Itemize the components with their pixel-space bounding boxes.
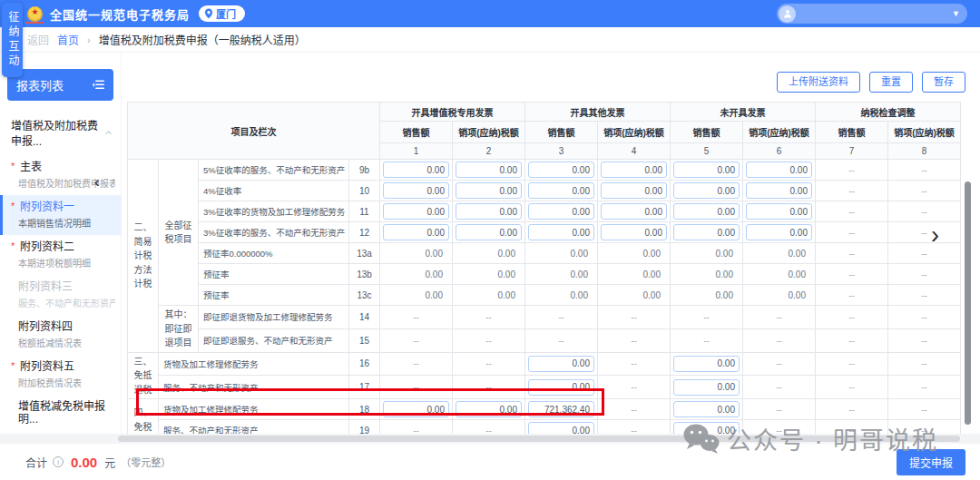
amount-input[interactable]	[456, 162, 522, 178]
national-emblem-logo	[27, 6, 43, 22]
user-account-pill[interactable]: ▼	[777, 4, 967, 24]
amount-input[interactable]	[383, 182, 449, 199]
sidebar-item[interactable]: *附列资料五附加税费情况表	[0, 355, 121, 395]
empty-cell: --	[818, 269, 885, 279]
empty-cell: --	[891, 186, 957, 196]
amount-input[interactable]	[746, 162, 812, 178]
submit-declaration-button[interactable]: 提交申报	[897, 449, 965, 475]
amount-input[interactable]	[673, 182, 740, 199]
empty-cell: --	[456, 312, 522, 322]
sidebar-item[interactable]: *主表增值税及附加税费申报表	[0, 155, 121, 195]
sidebar-item[interactable]: 附列资料四税额抵减情况表	[0, 315, 121, 355]
amount-readonly: 0.00	[673, 269, 740, 279]
empty-cell: --	[746, 382, 812, 392]
sidebar-item-subtitle: 本期销售情况明细	[18, 216, 115, 230]
amount-input[interactable]	[601, 203, 667, 220]
amount-input[interactable]	[673, 401, 740, 417]
empty-cell: --	[891, 312, 957, 322]
breadcrumb-home-link[interactable]: 首页	[57, 32, 79, 47]
amount-input[interactable]	[456, 224, 522, 240]
amount-readonly: 0.00	[456, 269, 522, 279]
empty-cell: --	[601, 358, 667, 368]
amount-input[interactable]	[673, 379, 740, 396]
sidebar-item-title: 附列资料三	[18, 280, 73, 293]
empty-cell: --	[383, 312, 449, 322]
empty-cell: --	[818, 312, 885, 322]
emblem-caption	[25, 22, 44, 24]
sidebar-item-subtitle: 税额抵减情况表	[18, 336, 115, 349]
horizontal-scrollbar[interactable]	[118, 436, 960, 442]
collapse-list-icon	[93, 80, 104, 90]
amount-input[interactable]	[528, 224, 594, 240]
amount-input[interactable]	[746, 203, 812, 220]
empty-cell: --	[746, 358, 812, 368]
empty-cell: --	[818, 207, 885, 217]
table-row: 3%征收率的货物及加工修理修配劳务11----	[128, 201, 961, 222]
row-item-name: 3%征收率的货物及加工修理修配劳务	[199, 201, 349, 222]
upload-attachment-button[interactable]: 上传附送资料	[777, 72, 860, 93]
row-item-name: 3%征收率的服务、不动产和无形资产	[199, 222, 349, 243]
empty-cell: --	[891, 405, 957, 415]
col-group-header: 开具增值税专用发票	[380, 103, 525, 122]
sidebar-item-title: 增值税减免税申报明...	[18, 400, 115, 426]
amount-input[interactable]	[528, 162, 594, 178]
amount-input[interactable]	[528, 203, 594, 220]
sidebar-item-title: 附列资料五	[20, 360, 74, 373]
sidebar-item-list: *主表增值税及附加税费申报表*附列资料一本期销售情况明细*附列资料二本期进项税额…	[0, 155, 121, 431]
empty-cell: --	[891, 269, 957, 279]
interaction-side-tab[interactable]: 征纳互动	[2, 3, 23, 77]
amount-input[interactable]	[456, 401, 522, 417]
sidebar-collapse-icon[interactable]: ‹	[94, 174, 100, 190]
amount-input[interactable]	[528, 379, 594, 396]
sidebar-group-header[interactable]: 增值税及附加税费申报...	[0, 112, 121, 155]
amount-input[interactable]	[528, 182, 594, 199]
sidebar-item-subtitle: 增值税及附加税费申报表	[18, 176, 115, 190]
amount-input[interactable]	[528, 401, 594, 417]
column-number: 7	[816, 143, 888, 160]
reset-button[interactable]: 重置	[869, 72, 913, 93]
empty-cell: --	[601, 405, 667, 415]
column-number: 1	[380, 143, 453, 160]
amount-readonly: 0.00	[528, 290, 594, 300]
empty-cell: --	[891, 336, 957, 346]
vertical-scrollbar[interactable]	[965, 181, 971, 425]
amount-input[interactable]	[673, 203, 740, 220]
sidebar-item[interactable]: *附列资料二本期进项税额明细	[0, 235, 121, 275]
amount-input[interactable]	[601, 224, 667, 240]
back-button[interactable]: 返回	[27, 32, 49, 47]
amount-input[interactable]	[673, 224, 740, 240]
amount-input[interactable]	[746, 182, 812, 199]
top-bar: 全国统一规范电子税务局 厦门 ▼	[0, 0, 980, 27]
row-number: 15	[349, 328, 380, 352]
amount-input[interactable]	[456, 182, 522, 199]
temp-save-button[interactable]: 暂存	[922, 72, 965, 93]
amount-input[interactable]	[746, 224, 812, 240]
required-asterisk: *	[11, 201, 18, 211]
row-number: 17	[349, 376, 380, 399]
amount-input[interactable]	[601, 182, 667, 199]
row-item-name: 即征即退服务、不动产和无形资产	[199, 328, 349, 352]
amount-input[interactable]	[383, 162, 449, 178]
required-asterisk: *	[11, 240, 18, 251]
amount-input[interactable]	[383, 203, 449, 220]
amount-readonly: 0.00	[383, 290, 449, 300]
scroll-right-icon[interactable]: ›	[931, 223, 939, 248]
sidebar-item[interactable]: 增值税减免税申报明...	[0, 395, 121, 431]
amount-readonly: 0.00	[601, 290, 667, 300]
table-row: 其中：即征即退项目即征即退货物及加工修理修配劳务14--------------…	[128, 306, 961, 329]
sidebar-item[interactable]: 附列资料三服务、不动产和无形资产扣..	[0, 275, 121, 315]
amount-input[interactable]	[528, 356, 594, 372]
amount-input[interactable]	[673, 162, 740, 178]
empty-cell: --	[891, 290, 957, 300]
amount-input[interactable]	[383, 401, 449, 417]
location-badge[interactable]: 厦门	[199, 5, 245, 22]
report-list-header[interactable]: 报表列表	[7, 69, 113, 101]
amount-input[interactable]	[673, 356, 740, 372]
amount-input[interactable]	[383, 224, 449, 240]
empty-cell: --	[891, 358, 957, 368]
row-item-name: 4%征收率	[199, 181, 349, 201]
sidebar-item[interactable]: *附列资料一本期销售情况明细	[0, 195, 121, 235]
amount-input[interactable]	[456, 203, 522, 220]
amount-input[interactable]	[601, 162, 667, 178]
empty-cell: --	[891, 207, 957, 217]
